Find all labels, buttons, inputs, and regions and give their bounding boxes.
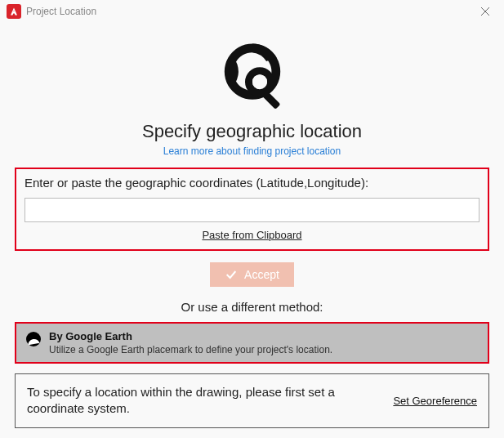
method-google-earth[interactable]: By Google Earth Utilize a Google Earth p… — [15, 322, 489, 364]
set-georeference-link[interactable]: Set Georeference — [393, 395, 477, 407]
window-title: Project Location — [26, 6, 96, 17]
coordinates-prompt: Enter or paste the geographic coordinate… — [25, 176, 479, 190]
learn-more-link[interactable]: Learn more about finding project locatio… — [163, 145, 341, 157]
app-icon — [7, 4, 21, 19]
coordinates-input[interactable] — [25, 198, 479, 222]
method-google-earth-title: By Google Earth — [49, 330, 332, 342]
paste-from-clipboard-link[interactable]: Paste from Clipboard — [25, 229, 479, 241]
dialog-body: Specify geographic location Learn more a… — [0, 23, 504, 438]
svg-point-2 — [252, 74, 267, 89]
dialog-heading: Specify geographic location — [15, 121, 489, 142]
georeference-message: To specify a location within the drawing… — [27, 384, 381, 418]
close-icon — [480, 7, 490, 16]
close-button[interactable] — [473, 0, 497, 23]
georeference-section: To specify a location within the drawing… — [15, 373, 489, 428]
accept-button-label: Accept — [244, 268, 279, 281]
coordinates-section: Enter or paste the geographic coordinate… — [15, 168, 489, 251]
dialog-project-location: Project Location Specify geographic loca… — [0, 0, 504, 438]
google-earth-icon — [26, 332, 41, 346]
accept-button[interactable]: Accept — [210, 262, 294, 287]
svg-rect-1 — [261, 91, 280, 110]
globe-search-icon — [216, 39, 289, 113]
alternative-method-label: Or use a different method: — [15, 300, 489, 314]
title-bar: Project Location — [0, 0, 504, 23]
checkmark-icon — [225, 268, 238, 281]
method-google-earth-desc: Utilize a Google Earth placemark to defi… — [49, 344, 332, 355]
